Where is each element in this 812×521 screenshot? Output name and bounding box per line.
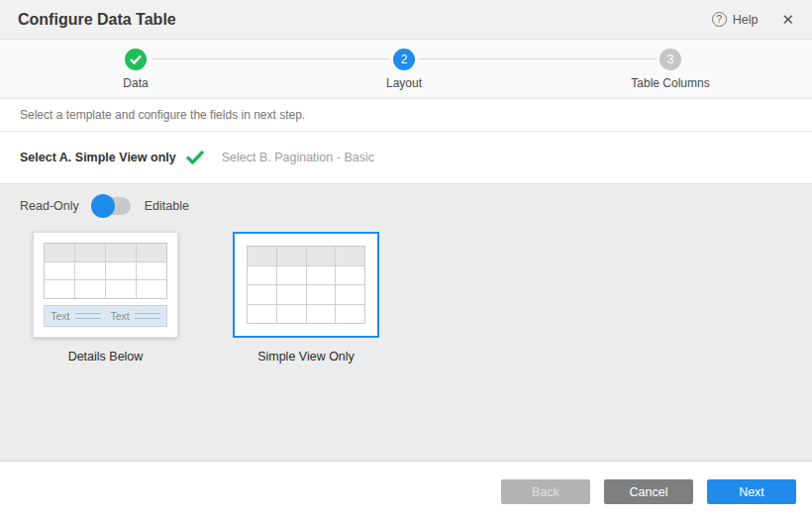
mini-table-row: [45, 261, 166, 280]
template-option-row: Select A. Simple View only Select B. Pag…: [0, 132, 812, 183]
read-only-label: Read-Only: [20, 199, 79, 213]
option-b-pagination-basic[interactable]: Select B. Pagination - Basic: [222, 151, 374, 164]
step-layout-label[interactable]: Layout: [386, 76, 422, 90]
detail-item: Text: [111, 310, 160, 322]
check-icon: [130, 54, 142, 64]
mini-table-cell: [276, 266, 306, 285]
detail-item-lines: [75, 313, 101, 319]
mini-table-cell: [335, 305, 364, 324]
mini-table-row: [248, 247, 364, 265]
option-a-selected-check-icon: [186, 151, 204, 164]
dialog-title: Configure Data Table: [18, 11, 176, 29]
template-card-details-below[interactable]: Text Text: [33, 232, 178, 338]
mini-table-row: [45, 244, 166, 261]
mini-table-cell: [136, 244, 166, 261]
mode-toggle-row: Read-Only Editable: [20, 194, 792, 218]
mini-table-cell: [105, 262, 136, 280]
mini-table-cell: [276, 247, 306, 265]
mini-table-cell: [248, 305, 276, 324]
mini-table-cell: [74, 280, 105, 298]
mini-table-preview: [247, 246, 365, 324]
stepper-connector: [419, 58, 657, 59]
back-button[interactable]: Back: [501, 479, 590, 504]
detail-item-text: Text: [51, 310, 69, 322]
mini-table-cell: [335, 285, 364, 304]
template-simple-view-only: Simple View Only: [233, 232, 379, 364]
close-icon[interactable]: ✕: [781, 12, 794, 27]
mini-table-cell: [335, 247, 364, 265]
step-data-circle[interactable]: [125, 49, 147, 70]
mini-table-cell: [136, 280, 166, 298]
stepper-connector: [152, 58, 389, 59]
next-button[interactable]: Next: [707, 479, 796, 504]
mini-table-cell: [276, 285, 306, 304]
mini-table-cell: [306, 285, 336, 304]
instruction-text: Select a template and configure the fiel…: [20, 108, 305, 122]
mini-table-cell: [45, 280, 74, 298]
wizard-stepper: Data 2 Layout 3 Table Columns: [0, 40, 812, 99]
step-table-columns-number: 3: [667, 52, 674, 66]
dialog-titlebar: Configure Data Table ? Help ✕: [0, 0, 812, 40]
detail-item-text: Text: [111, 310, 130, 322]
detail-band: Text Text: [44, 305, 167, 327]
mini-table-cell: [306, 247, 336, 265]
editable-label: Editable: [145, 199, 189, 213]
mini-table-cell: [45, 244, 74, 261]
mini-table-cell: [136, 262, 166, 280]
mini-table-row: [248, 304, 364, 324]
mini-table-cell: [306, 305, 336, 324]
step-layout-number: 2: [401, 52, 408, 66]
instruction-row: Select a template and configure the fiel…: [0, 99, 812, 132]
mini-table-cell: [74, 262, 105, 280]
template-details-below: Text Text Details Below: [33, 232, 178, 364]
mini-table-cell: [276, 305, 306, 324]
step-table-columns-circle[interactable]: 3: [660, 49, 681, 70]
mini-table-cell: [105, 244, 136, 261]
help-icon: ?: [712, 12, 727, 27]
template-cards-row: Text Text Details Below Simple View O: [33, 232, 792, 364]
toggle-knob[interactable]: [91, 194, 115, 218]
mini-table-cell: [74, 244, 105, 261]
detail-item-lines: [135, 313, 160, 319]
mini-table-row: [45, 279, 166, 298]
titlebar-actions: ? Help ✕: [712, 12, 794, 27]
dialog-footer: Back Cancel Next: [0, 462, 812, 521]
configure-data-table-dialog: Configure Data Table ? Help ✕ Data 2 Lay…: [0, 0, 812, 521]
mini-table-cell: [306, 266, 336, 285]
template-label-simple-view-only: Simple View Only: [257, 350, 355, 364]
mini-table-preview: [44, 243, 167, 299]
template-label-details-below: Details Below: [68, 350, 144, 364]
template-section: Read-Only Editable Text Text: [0, 183, 812, 462]
mini-table-cell: [105, 280, 136, 298]
step-data-label[interactable]: Data: [123, 76, 148, 90]
mini-table-cell: [248, 266, 276, 285]
mini-table-cell: [335, 266, 364, 285]
mini-table-cell: [248, 285, 276, 304]
step-table-columns-label[interactable]: Table Columns: [631, 76, 709, 90]
read-only-editable-toggle[interactable]: [93, 197, 131, 215]
option-a-simple-view-only[interactable]: Select A. Simple View only: [20, 151, 176, 164]
help-button[interactable]: ? Help: [712, 12, 759, 27]
mini-table-cell: [45, 262, 74, 280]
step-layout-circle[interactable]: 2: [393, 49, 415, 70]
cancel-button[interactable]: Cancel: [604, 479, 693, 504]
mini-table-cell: [248, 247, 276, 265]
help-label: Help: [733, 13, 759, 27]
mini-table-row: [248, 265, 364, 285]
template-card-simple-view-only[interactable]: [233, 232, 379, 338]
detail-item: Text: [51, 310, 100, 322]
mini-table-row: [248, 284, 364, 304]
